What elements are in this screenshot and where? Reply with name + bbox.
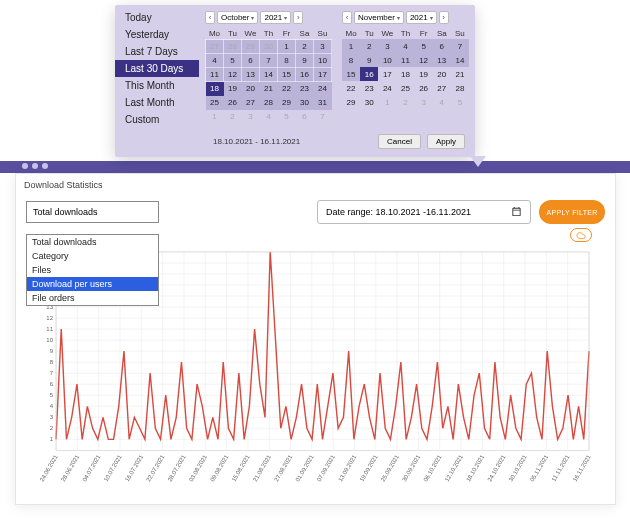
preset-item[interactable]: Yesterday: [115, 26, 199, 43]
calendar-day[interactable]: 10: [314, 54, 332, 68]
calendar-day[interactable]: 18: [206, 82, 224, 96]
calendar-day[interactable]: 6: [242, 54, 260, 68]
calendar-day[interactable]: 5: [415, 39, 433, 53]
metric-select[interactable]: Total downloads: [26, 201, 159, 223]
preset-item[interactable]: This Month: [115, 77, 199, 94]
calendar-day[interactable]: 13: [242, 68, 260, 82]
calendar-day[interactable]: 22: [278, 82, 296, 96]
calendar-day[interactable]: 7: [260, 54, 278, 68]
calendar-day[interactable]: 27: [242, 96, 260, 110]
calendar-day[interactable]: 6: [296, 110, 314, 124]
month-select-left[interactable]: October▾: [217, 11, 258, 24]
metric-option[interactable]: Download per users: [27, 277, 158, 291]
preset-item[interactable]: Last 7 Days: [115, 43, 199, 60]
calendar-day[interactable]: 22: [342, 81, 360, 95]
calendar-day[interactable]: 28: [260, 96, 278, 110]
calendar-day[interactable]: 21: [451, 67, 469, 81]
preset-item[interactable]: Today: [115, 9, 199, 26]
calendar-day[interactable]: 5: [451, 95, 469, 109]
preset-item[interactable]: Last 30 Days: [115, 60, 199, 77]
calendar-day[interactable]: 11: [206, 68, 224, 82]
calendar-day[interactable]: 20: [433, 67, 451, 81]
calendar-day[interactable]: 28: [224, 40, 242, 54]
calendar-day[interactable]: 3: [242, 110, 260, 124]
calendar-day[interactable]: 1: [278, 40, 296, 54]
calendar-day[interactable]: 7: [314, 110, 332, 124]
calendar-day[interactable]: 4: [260, 110, 278, 124]
calendar-grid-left[interactable]: MoTuWeThFrSaSu27282930123456789101112131…: [205, 28, 332, 124]
calendar-day[interactable]: 1: [342, 39, 360, 53]
next-month-button-left[interactable]: ›: [293, 11, 303, 24]
date-range-input[interactable]: Date range: 18.10.2021 -16.11.2021: [317, 200, 531, 224]
calendar-day[interactable]: 15: [342, 67, 360, 81]
prev-month-button-right[interactable]: ‹: [342, 11, 352, 24]
calendar-day[interactable]: 9: [360, 53, 378, 67]
calendar-day[interactable]: 11: [396, 53, 414, 67]
metric-option[interactable]: Files: [27, 263, 158, 277]
calendar-day[interactable]: 21: [260, 82, 278, 96]
calendar-day[interactable]: 2: [224, 110, 242, 124]
calendar-day[interactable]: 2: [360, 39, 378, 53]
calendar-day[interactable]: 24: [314, 82, 332, 96]
preset-item[interactable]: Last Month: [115, 94, 199, 111]
calendar-day[interactable]: 17: [314, 68, 332, 82]
calendar-day[interactable]: 5: [224, 54, 242, 68]
calendar-day[interactable]: 14: [451, 53, 469, 67]
calendar-day[interactable]: 6: [433, 39, 451, 53]
calendar-day[interactable]: 8: [278, 54, 296, 68]
calendar-day[interactable]: 30: [260, 40, 278, 54]
calendar-day[interactable]: 25: [206, 96, 224, 110]
calendar-day[interactable]: 15: [278, 68, 296, 82]
calendar-day[interactable]: 31: [314, 96, 332, 110]
year-select-left[interactable]: 2021▾: [260, 11, 291, 24]
calendar-day[interactable]: 29: [242, 40, 260, 54]
cancel-button[interactable]: Cancel: [378, 134, 421, 149]
calendar-day[interactable]: 30: [296, 96, 314, 110]
calendar-day[interactable]: 1: [206, 110, 224, 124]
calendar-day[interactable]: 4: [396, 39, 414, 53]
calendar-day[interactable]: 28: [451, 81, 469, 95]
calendar-day[interactable]: 16: [296, 68, 314, 82]
preset-item[interactable]: Custom: [115, 111, 199, 128]
calendar-day[interactable]: 1: [378, 95, 396, 109]
calendar-day[interactable]: 2: [296, 40, 314, 54]
calendar-day[interactable]: 27: [433, 81, 451, 95]
metric-option[interactable]: Category: [27, 249, 158, 263]
calendar-day[interactable]: 12: [224, 68, 242, 82]
calendar-day[interactable]: 23: [296, 82, 314, 96]
metric-option[interactable]: Total downloads: [27, 235, 158, 249]
calendar-day[interactable]: 18: [396, 67, 414, 81]
calendar-grid-right[interactable]: MoTuWeThFrSaSu12345678910111213141516171…: [342, 28, 469, 109]
calendar-day[interactable]: 23: [360, 81, 378, 95]
calendar-day[interactable]: 7: [451, 39, 469, 53]
calendar-day[interactable]: 20: [242, 82, 260, 96]
metric-dropdown[interactable]: Total downloadsCategoryFilesDownload per…: [26, 234, 159, 306]
calendar-day[interactable]: 14: [260, 68, 278, 82]
calendar-day[interactable]: 19: [415, 67, 433, 81]
calendar-day[interactable]: 29: [278, 96, 296, 110]
calendar-day[interactable]: 3: [415, 95, 433, 109]
calendar-day[interactable]: 5: [278, 110, 296, 124]
calendar-day[interactable]: 4: [206, 54, 224, 68]
calendar-day[interactable]: 30: [360, 95, 378, 109]
calendar-day[interactable]: 24: [378, 81, 396, 95]
next-month-button[interactable]: ›: [439, 11, 449, 24]
metric-option[interactable]: File orders: [27, 291, 158, 305]
calendar-day[interactable]: 13: [433, 53, 451, 67]
year-select-right[interactable]: 2021▾: [406, 11, 437, 24]
calendar-day[interactable]: 26: [415, 81, 433, 95]
calendar-day[interactable]: 19: [224, 82, 242, 96]
apply-filter-button[interactable]: APPLY FILTER: [539, 200, 605, 224]
calendar-day[interactable]: 3: [314, 40, 332, 54]
month-select-right[interactable]: November▾: [354, 11, 404, 24]
calendar-day[interactable]: 10: [378, 53, 396, 67]
calendar-day[interactable]: 17: [378, 67, 396, 81]
calendar-day[interactable]: 3: [378, 39, 396, 53]
calendar-day[interactable]: 8: [342, 53, 360, 67]
calendar-day[interactable]: 16: [360, 67, 378, 81]
calendar-day[interactable]: 9: [296, 54, 314, 68]
apply-button[interactable]: Apply: [427, 134, 465, 149]
calendar-day[interactable]: 12: [415, 53, 433, 67]
calendar-day[interactable]: 27: [206, 40, 224, 54]
calendar-day[interactable]: 4: [433, 95, 451, 109]
